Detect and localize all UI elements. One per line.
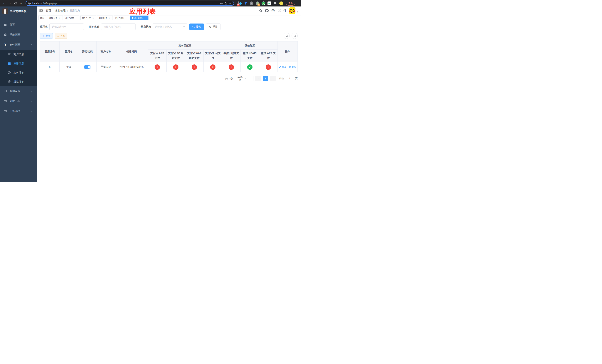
- sidebar-item-merchant-info[interactable]: 商户信息: [0, 50, 37, 59]
- app-name-label: 应用名: [40, 25, 48, 29]
- alipay-pc-status-icon: ×: [173, 64, 178, 70]
- browser-menu-icon[interactable]: ⋮: [297, 2, 299, 5]
- extensions-area: 10 ⌘ 1 Y: [238, 1, 283, 5]
- tab-user-group[interactable]: 用户分组 ×: [64, 16, 79, 20]
- font-size-icon[interactable]: TT: [283, 9, 286, 12]
- download-icon: [57, 35, 59, 37]
- caret-down-icon[interactable]: ▾: [297, 11, 298, 13]
- merchant-name-input[interactable]: [101, 23, 136, 30]
- extensions-puzzle-icon[interactable]: [273, 1, 277, 5]
- delete-link[interactable]: 删除: [289, 65, 296, 69]
- tab-label: 应用信息: [134, 16, 143, 20]
- tab-process-form[interactable]: 流程表单 ×: [47, 16, 63, 20]
- share-icon[interactable]: [225, 2, 227, 5]
- close-icon[interactable]: ×: [144, 17, 147, 19]
- col-group-alipay: 支付宝配置: [148, 42, 222, 50]
- tab-label: 退款订单: [99, 16, 108, 20]
- page-size-select[interactable]: 10条/页: [235, 76, 253, 81]
- close-icon[interactable]: ×: [125, 17, 128, 19]
- extension-command-icon[interactable]: ⌘: [249, 1, 253, 5]
- chevron-down-icon: [183, 26, 185, 28]
- extension-yudao-icon[interactable]: Y: [261, 1, 265, 5]
- plus-icon: ＋: [43, 34, 45, 38]
- goto-page-input[interactable]: [286, 76, 293, 81]
- col-alipay-app: 支付宝 APP 支付: [148, 50, 167, 62]
- sidebar-item-payment[interactable]: ¥ 支付管理: [0, 40, 37, 50]
- breadcrumb-home[interactable]: 首页: [46, 9, 51, 12]
- toggle-search-button[interactable]: [284, 33, 290, 39]
- tab-app-info[interactable]: 应用信息 ×: [130, 16, 149, 20]
- sidebar-item-workflow[interactable]: 工作流程: [0, 106, 37, 116]
- user-avatar[interactable]: [289, 7, 295, 14]
- tab-label: 首页: [40, 16, 44, 20]
- cell-app-name: 芋道: [60, 62, 78, 72]
- bookmark-star-icon[interactable]: ☆: [229, 1, 231, 5]
- app-name-input[interactable]: [49, 23, 84, 30]
- chevron-down-icon: [31, 110, 33, 112]
- tab-label: 商户信息: [115, 16, 124, 20]
- sidebar-item-refund-order[interactable]: 退款订单: [0, 77, 37, 86]
- wechat-lite-status-icon: ×: [229, 64, 234, 70]
- tab-pay-order[interactable]: 支付订单 ×: [80, 16, 96, 20]
- tab-label: 支付订单: [82, 16, 91, 20]
- search-button[interactable]: 搜索: [189, 23, 204, 30]
- close-icon[interactable]: ×: [92, 17, 94, 19]
- tab-merchant-info[interactable]: 商户信息 ×: [114, 16, 129, 20]
- next-page-button[interactable]: ›: [270, 76, 276, 81]
- add-button[interactable]: ＋ 新增: [40, 33, 53, 39]
- close-icon[interactable]: ×: [58, 17, 61, 19]
- close-icon[interactable]: ×: [75, 17, 78, 19]
- reset-button-label: 重置: [213, 25, 217, 29]
- site-info-icon[interactable]: [28, 2, 31, 5]
- edit-link[interactable]: 修改: [279, 65, 286, 69]
- gear-icon: [4, 33, 7, 36]
- sidebar-item-pay-order[interactable]: 支付订单: [0, 68, 37, 77]
- svg-text:?: ?: [272, 10, 274, 12]
- tab-refund-order[interactable]: 退款订单 ×: [97, 16, 113, 20]
- col-created-at: 创建时间: [115, 42, 148, 62]
- sidebar-item-infrastructure[interactable]: 基础设施: [0, 86, 37, 96]
- password-key-icon[interactable]: [220, 2, 223, 5]
- browser-forward-button[interactable]: →: [7, 1, 12, 6]
- reset-button[interactable]: 重置: [206, 23, 220, 30]
- url-bar[interactable]: localhost:1024/pay/app ☆: [26, 1, 234, 6]
- breadcrumb-payment[interactable]: 支付管理: [55, 9, 65, 12]
- sidebar-collapse-button[interactable]: [39, 9, 43, 12]
- alipay-qr-status-icon: ×: [210, 64, 215, 70]
- app-logo[interactable]: 芋道管理系统: [0, 7, 37, 16]
- close-icon[interactable]: ×: [108, 17, 111, 19]
- extension-chat-icon[interactable]: [267, 1, 271, 5]
- toggle-knob: [88, 65, 91, 68]
- browser-back-button[interactable]: ←: [2, 1, 7, 6]
- tab-home[interactable]: 首页: [38, 16, 46, 20]
- sidebar-item-app-info[interactable]: 应用信息: [0, 59, 37, 68]
- enabled-toggle[interactable]: [84, 65, 91, 69]
- sidebar-item-dev-tools[interactable]: 研发工具: [0, 96, 37, 106]
- search-icon[interactable]: [259, 9, 262, 12]
- status-label: 开启状态: [141, 25, 151, 29]
- browser-reload-button[interactable]: [13, 1, 18, 6]
- chevron-down-icon: [31, 100, 33, 102]
- sidebar-item-home[interactable]: 首页: [0, 20, 37, 30]
- extension-pinned-icon[interactable]: 10: [238, 1, 242, 5]
- extension-recorder-icon[interactable]: 1: [256, 1, 259, 5]
- refresh-table-button[interactable]: [291, 33, 298, 39]
- fullscreen-icon[interactable]: [278, 9, 281, 12]
- tile-icon: [238, 1, 239, 3]
- sidebar-item-label: 退款订单: [13, 80, 24, 83]
- page-1-button[interactable]: 1: [263, 76, 268, 81]
- sidebar-item-label: 支付订单: [13, 71, 24, 74]
- active-dot-icon: [132, 17, 133, 19]
- browser-home-button[interactable]: ⌂: [19, 1, 23, 6]
- extension-gem-icon[interactable]: [244, 1, 247, 5]
- status-select[interactable]: 请选择开启状态: [153, 23, 187, 30]
- help-icon[interactable]: ?: [271, 9, 275, 12]
- app-title: 芋道管理系统: [10, 10, 26, 13]
- profile-avatar-icon[interactable]: [279, 1, 283, 5]
- github-icon[interactable]: [265, 9, 269, 12]
- sidebar-item-system[interactable]: 系统管理: [0, 30, 37, 40]
- export-button[interactable]: 导出: [55, 33, 67, 39]
- prev-page-button[interactable]: ‹: [255, 76, 261, 81]
- url-text[interactable]: localhost:1024/pay/app: [32, 2, 218, 5]
- browser-update-button[interactable]: 更新: [286, 1, 295, 6]
